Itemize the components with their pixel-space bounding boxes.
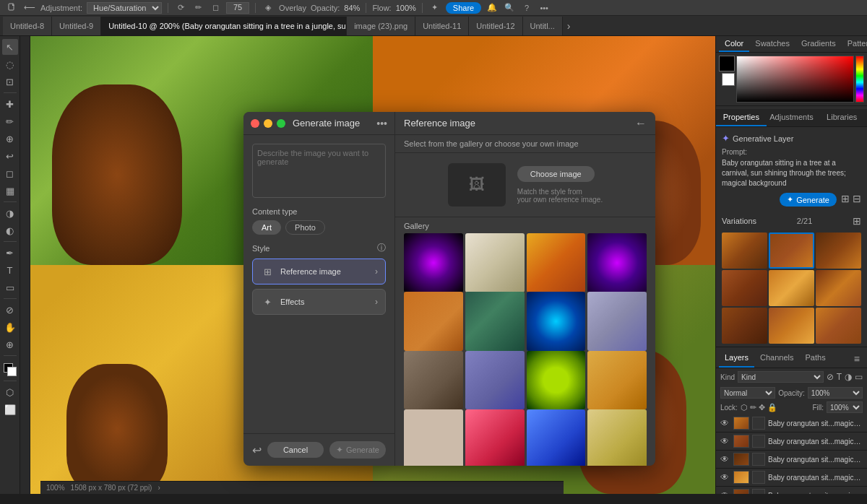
lock-position-icon[interactable]: ✥ — [759, 403, 765, 412]
notifications-icon[interactable]: 🔔 — [486, 1, 499, 14]
tab-untitled-9[interactable]: Untitled-9 — [52, 17, 101, 35]
grid-view-button[interactable]: ⊞ — [841, 193, 850, 207]
lasso-tool[interactable]: ◌ — [2, 56, 18, 72]
shape-tool[interactable]: ▭ — [2, 279, 18, 295]
kind-select[interactable]: Kind — [738, 371, 824, 383]
brush-tool[interactable]: ✏ — [2, 113, 18, 129]
gallery-thumb-16[interactable] — [587, 409, 647, 466]
variation-thumb-4[interactable] — [722, 270, 767, 306]
reference-image-option[interactable]: ⊞ Reference image › — [252, 258, 386, 284]
reference-back-button[interactable]: ← — [635, 117, 647, 130]
choose-image-button[interactable]: Choose image — [517, 166, 595, 182]
gallery-thumb-14[interactable] — [465, 409, 525, 466]
layers-panel-options[interactable]: ≡ — [850, 350, 864, 368]
help-icon[interactable]: ? — [520, 1, 533, 14]
close-button[interactable] — [251, 119, 259, 128]
variation-thumb-6[interactable] — [816, 270, 861, 306]
dialog-menu-button[interactable]: ••• — [376, 118, 387, 129]
eyedropper-tool[interactable]: ⊘ — [2, 302, 18, 318]
tab-untitled-10[interactable]: Untitled-10 @ 200% (Baby orangutan sitti… — [101, 17, 347, 35]
foreground-background[interactable] — [2, 362, 18, 378]
content-chip-photo[interactable]: Photo — [285, 220, 325, 235]
variation-thumb-1[interactable] — [722, 233, 767, 269]
gallery-thumb-10[interactable] — [465, 351, 525, 410]
minimize-button[interactable] — [264, 119, 272, 128]
variation-thumb-8[interactable] — [769, 308, 814, 344]
zoom-tool[interactable]: ⊕ — [2, 336, 18, 352]
variation-thumb-2[interactable] — [769, 233, 814, 269]
gallery-thumb-6[interactable] — [465, 292, 525, 351]
layer-visibility-4[interactable]: 👁 — [720, 472, 730, 482]
layer-visibility-2[interactable]: 👁 — [720, 436, 730, 446]
gallery-thumb-8[interactable] — [587, 292, 647, 351]
content-chip-art[interactable]: Art — [252, 220, 281, 235]
variations-grid-toggle[interactable]: ⊞ — [853, 215, 861, 227]
cancel-button[interactable]: Cancel — [267, 442, 324, 458]
adjustment-select[interactable]: Hue/Saturation — [87, 2, 162, 14]
generate-image-dialog[interactable]: Generate image ••• Content type Art Phot… — [243, 112, 655, 466]
variation-thumb-9[interactable] — [816, 308, 861, 344]
history-tool[interactable]: ↩ — [2, 148, 18, 164]
lock-transparent-icon[interactable]: ⬡ — [741, 403, 748, 412]
gallery-thumb-4[interactable] — [587, 233, 647, 292]
style-info-icon[interactable]: ⓘ — [377, 242, 386, 254]
background-swatch[interactable] — [722, 73, 735, 86]
search-icon[interactable]: 🔍 — [503, 1, 516, 14]
effects-option[interactable]: ✦ Effects › — [252, 289, 386, 315]
layer-visibility-3[interactable]: 👁 — [720, 454, 730, 464]
blur-tool[interactable]: ◑ — [2, 205, 18, 221]
tab-untitled-8[interactable]: Untitled-8 — [3, 17, 52, 35]
tab-untitled-11[interactable]: Untitled-11 — [415, 17, 469, 35]
tabs-overflow-button[interactable]: › — [563, 20, 575, 32]
layer-visibility-5[interactable]: 👁 — [720, 490, 730, 494]
arrow-icon[interactable]: ⟵ — [23, 1, 36, 14]
variation-thumb-7[interactable] — [722, 308, 767, 344]
layer-item-1[interactable]: 👁 Baby orangutan sit...magical backgroun… — [716, 414, 867, 433]
color-tab[interactable]: Color — [719, 36, 749, 52]
list-view-button[interactable]: ⊟ — [853, 193, 861, 207]
fill-select[interactable]: 100% — [827, 401, 863, 413]
gallery-thumb-13[interactable] — [404, 409, 463, 466]
file-icon[interactable] — [6, 1, 19, 14]
gradient-tool[interactable]: ▦ — [2, 183, 18, 199]
spot-heal-tool[interactable]: ✚ — [2, 96, 18, 112]
dodge-tool[interactable]: ◐ — [2, 222, 18, 238]
layer-item-3[interactable]: 👁 Baby orangutan sit...magical backgroun… — [716, 451, 867, 469]
color-picker-area[interactable] — [736, 56, 854, 103]
layers-adj-icon[interactable]: ◑ — [845, 372, 852, 382]
tab-image23[interactable]: image (23).png — [347, 17, 415, 35]
text-tool[interactable]: T — [2, 262, 18, 278]
gallery-thumb-7[interactable] — [527, 292, 586, 351]
layer-item-2[interactable]: 👁 Baby orangutan sit...magical backgroun… — [716, 433, 867, 451]
layers-type-icon[interactable]: T — [837, 372, 842, 382]
tool-icon-2[interactable]: ✏ — [191, 1, 204, 14]
layers-tab[interactable]: Layers — [719, 350, 754, 368]
opacity-select[interactable]: 100% — [808, 387, 863, 399]
airbrush-icon[interactable]: ✦ — [428, 1, 441, 14]
gallery-thumb-15[interactable] — [527, 409, 586, 466]
stamp-tool[interactable]: ⊕ — [2, 131, 18, 147]
generate-prompt-input[interactable] — [252, 144, 386, 198]
gradients-tab[interactable]: Gradients — [795, 36, 842, 52]
libraries-tab[interactable]: Libraries — [816, 109, 867, 126]
foreground-swatch[interactable] — [719, 56, 735, 71]
eraser-tool[interactable]: ◻ — [2, 165, 18, 181]
gallery-thumb-3[interactable] — [527, 233, 586, 292]
swatches-tab[interactable]: Swatches — [749, 36, 795, 52]
tab-untitled-more[interactable]: Untitl... — [523, 17, 563, 35]
layers-filter-icon[interactable]: ⊘ — [827, 372, 834, 382]
properties-generate-button[interactable]: ✦ Generate — [780, 193, 837, 207]
gallery-thumb-1[interactable] — [404, 233, 463, 292]
variation-thumb-3[interactable] — [816, 233, 861, 269]
tool-icon-1[interactable]: ⟳ — [174, 1, 187, 14]
share-button[interactable]: Share — [446, 2, 481, 14]
paths-tab[interactable]: Paths — [800, 350, 832, 368]
gallery-thumb-9[interactable] — [404, 351, 463, 410]
layers-shape-icon[interactable]: ▭ — [855, 372, 863, 382]
hand-tool[interactable]: ✋ — [2, 319, 18, 335]
move-tool[interactable]: ↖ — [2, 39, 18, 55]
layer-visibility-1[interactable]: 👁 — [720, 418, 730, 428]
patterns-tab[interactable]: Patterns — [842, 36, 867, 52]
gallery-thumb-11[interactable] — [527, 351, 586, 410]
lock-artboard-icon[interactable]: 🔒 — [767, 403, 777, 412]
